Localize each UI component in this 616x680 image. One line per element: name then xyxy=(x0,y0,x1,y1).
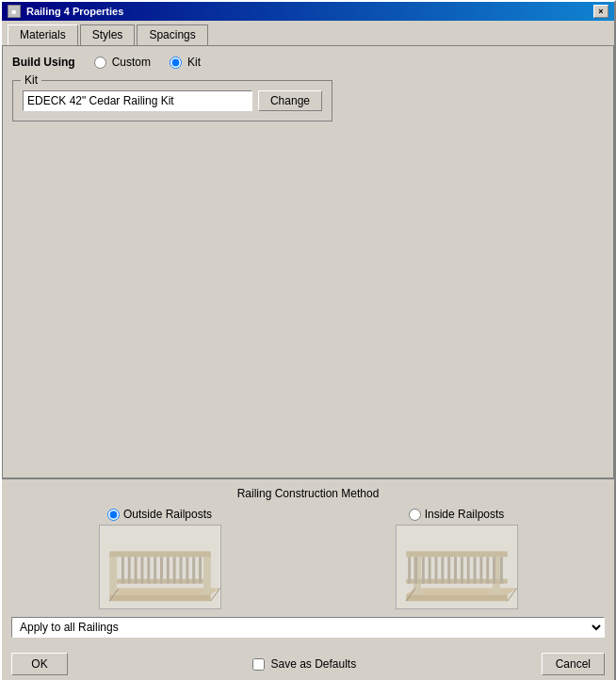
save-defaults-label[interactable]: Save as Defaults xyxy=(270,657,356,671)
outside-railpost-radio[interactable] xyxy=(107,509,120,521)
window-icon: ■ xyxy=(8,5,21,18)
outside-label-row: Outside Railposts xyxy=(107,508,212,521)
svg-rect-3 xyxy=(109,553,117,594)
kit-row: Change xyxy=(23,90,322,111)
outside-railpost-image xyxy=(99,525,221,609)
ok-button[interactable]: OK xyxy=(11,653,68,675)
cancel-button[interactable]: Cancel xyxy=(542,653,605,675)
main-window: ■ Railing 4 Properties × Materials Style… xyxy=(0,0,616,680)
tab-materials[interactable]: Materials xyxy=(8,24,78,45)
svg-marker-23 xyxy=(406,594,508,601)
kit-legend: Kit xyxy=(21,73,41,87)
custom-label[interactable]: Custom xyxy=(112,56,151,69)
railpost-options: Outside Railposts xyxy=(11,508,605,609)
svg-rect-14 xyxy=(166,557,169,583)
svg-rect-11 xyxy=(147,557,150,583)
custom-radio-group: Custom xyxy=(94,56,151,69)
svg-rect-39 xyxy=(473,557,476,583)
inside-railpost-option: Inside Railposts xyxy=(396,508,518,609)
kit-radio-label[interactable]: Kit xyxy=(187,56,201,69)
tab-styles[interactable]: Styles xyxy=(80,24,136,45)
svg-rect-29 xyxy=(408,557,411,583)
svg-rect-32 xyxy=(428,557,430,583)
svg-rect-36 xyxy=(454,557,457,583)
close-button[interactable]: × xyxy=(593,5,608,18)
svg-marker-2 xyxy=(109,588,219,594)
svg-rect-4 xyxy=(203,553,210,594)
inside-label-row: Inside Railposts xyxy=(409,508,505,521)
svg-rect-19 xyxy=(199,557,202,583)
svg-rect-40 xyxy=(479,557,482,583)
svg-rect-12 xyxy=(154,557,156,583)
apply-select[interactable]: Apply to all Railings xyxy=(11,617,605,638)
window-title: Railing 4 Properties xyxy=(26,6,123,17)
footer-center: Save as Defaults xyxy=(252,657,356,671)
change-button[interactable]: Change xyxy=(258,90,322,111)
svg-rect-35 xyxy=(447,557,450,583)
tab-content: Build Using Custom Kit Kit Change xyxy=(2,45,614,478)
svg-rect-37 xyxy=(460,557,462,583)
svg-marker-1 xyxy=(109,594,211,601)
outside-railpost-label[interactable]: Outside Railposts xyxy=(123,508,212,521)
inside-railpost-image xyxy=(396,525,518,609)
svg-rect-27 xyxy=(406,551,508,557)
custom-radio[interactable] xyxy=(94,57,106,69)
tab-spacings[interactable]: Spacings xyxy=(137,24,207,45)
svg-rect-31 xyxy=(421,557,424,583)
save-defaults-checkbox[interactable] xyxy=(252,658,265,671)
railing-construction-title: Railing Construction Method xyxy=(11,487,605,500)
svg-rect-42 xyxy=(493,557,495,583)
svg-rect-9 xyxy=(134,557,137,583)
svg-marker-24 xyxy=(406,588,516,594)
kit-input[interactable] xyxy=(23,90,252,111)
kit-group: Kit Change xyxy=(12,80,332,121)
footer-row: OK Save as Defaults Cancel xyxy=(2,645,614,680)
svg-rect-34 xyxy=(441,557,444,583)
svg-rect-7 xyxy=(121,557,123,583)
svg-rect-30 xyxy=(414,557,417,583)
svg-rect-17 xyxy=(186,557,188,583)
svg-rect-16 xyxy=(179,557,182,583)
svg-rect-13 xyxy=(160,557,163,583)
title-bar: ■ Railing 4 Properties × xyxy=(2,2,614,21)
bottom-section: Railing Construction Method Outside Rail… xyxy=(2,478,614,645)
svg-rect-15 xyxy=(172,557,175,583)
svg-rect-43 xyxy=(499,557,502,583)
svg-rect-41 xyxy=(486,557,489,583)
inside-railpost-label[interactable]: Inside Railposts xyxy=(425,508,505,521)
kit-radio[interactable] xyxy=(170,57,182,69)
inside-railpost-radio[interactable] xyxy=(409,509,421,521)
svg-rect-33 xyxy=(434,557,437,583)
build-using-label: Build Using xyxy=(12,56,75,69)
svg-rect-8 xyxy=(127,557,130,583)
apply-row: Apply to all Railings xyxy=(11,617,605,638)
kit-radio-group: Kit xyxy=(170,56,201,69)
svg-rect-10 xyxy=(140,557,143,583)
svg-rect-5 xyxy=(109,551,211,557)
build-using-row: Build Using Custom Kit xyxy=(12,56,604,69)
svg-rect-18 xyxy=(192,557,195,583)
tab-bar: Materials Styles Spacings xyxy=(2,21,614,45)
svg-rect-38 xyxy=(466,557,469,583)
outside-railpost-option: Outside Railposts xyxy=(99,508,221,609)
